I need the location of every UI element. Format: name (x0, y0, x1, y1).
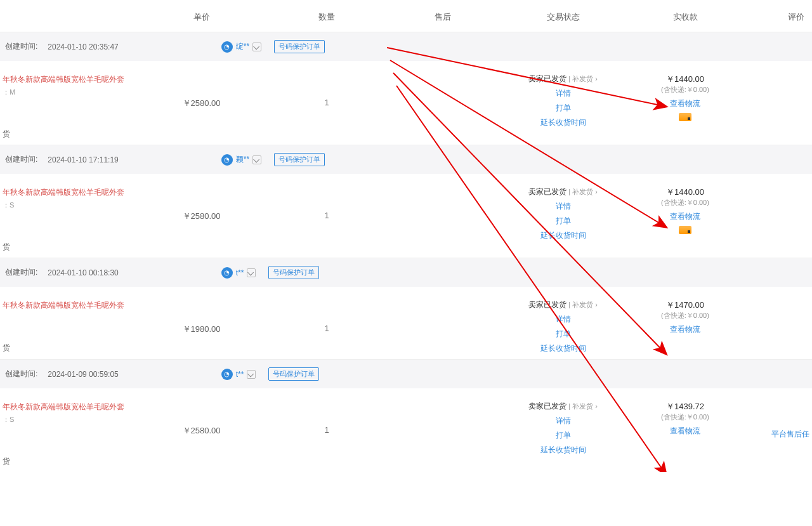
svg-line-2 (393, 73, 666, 354)
svg-line-3 (396, 86, 666, 472)
svg-line-0 (387, 48, 666, 107)
annotation-arrows (0, 0, 812, 472)
svg-line-1 (390, 60, 666, 227)
